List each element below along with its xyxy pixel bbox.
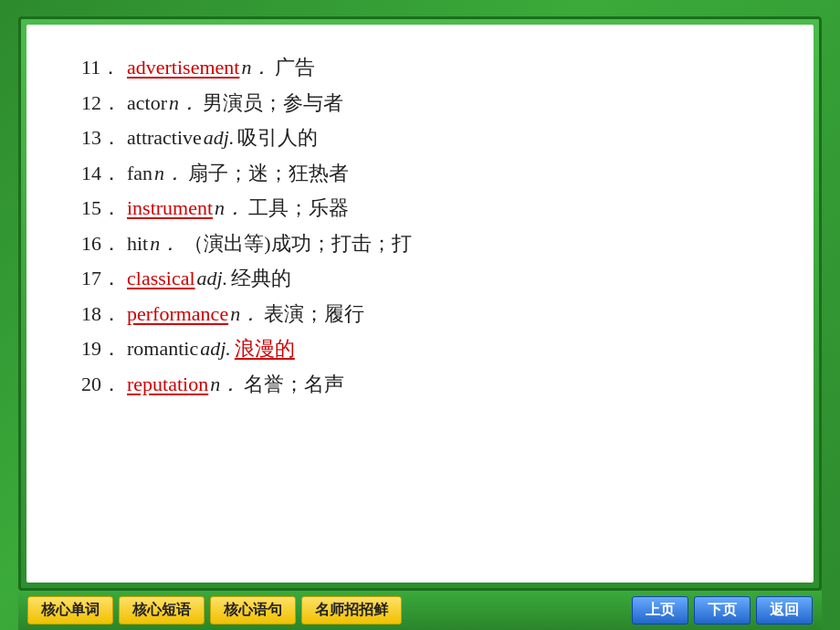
item-pos: adj.	[204, 121, 235, 156]
vocab-item: 15．instrument n．工具；乐器	[81, 191, 759, 226]
item-meaning: 表演；履行	[264, 297, 364, 332]
item-pos: adj.	[200, 331, 231, 367]
item-meaning: （演出等)成功；打击；打	[184, 226, 411, 262]
item-number: 18．	[81, 297, 127, 332]
item-pos: n．	[150, 226, 180, 262]
item-pos: n．	[154, 156, 184, 192]
item-word: reputation	[127, 367, 208, 403]
vocab-item: 18．performance n．表演；履行	[81, 297, 759, 332]
item-pos: n．	[169, 86, 199, 121]
toolbar-right-btn-1[interactable]: 下页	[694, 596, 751, 625]
item-meaning: 吸引人的	[237, 121, 318, 156]
item-number: 15．	[81, 191, 127, 226]
item-word: advertisement	[127, 50, 239, 86]
item-word: romantic	[127, 331, 198, 367]
toolbar-left-btn-0[interactable]: 核心单词	[27, 596, 113, 625]
vocab-item: 17．classical adj.经典的	[81, 261, 759, 297]
item-meaning: 名誉；名声	[244, 367, 344, 403]
vocab-item: 11．advertisement n．广告	[81, 50, 759, 86]
item-word: performance	[127, 297, 228, 332]
item-pos: n．	[210, 367, 240, 403]
item-word: actor	[127, 86, 167, 121]
toolbar-right: 上页下页返回	[632, 596, 813, 625]
item-number: 14．	[81, 156, 127, 192]
main-container: 11．advertisement n．广告12．actor n．男演员；参与者1…	[18, 16, 822, 591]
vocab-item: 19．romantic adj.浪漫的	[81, 331, 759, 367]
item-number: 17．	[81, 261, 127, 297]
item-number: 13．	[81, 121, 127, 156]
vocab-item: 13．attractive adj.吸引人的	[81, 121, 759, 156]
item-pos: n．	[241, 50, 271, 86]
item-pos: n．	[215, 191, 245, 226]
item-word: hit	[127, 226, 148, 262]
item-meaning: 浪漫的	[235, 331, 295, 367]
item-pos: adj.	[197, 261, 228, 297]
item-meaning: 广告	[275, 50, 315, 86]
item-meaning: 男演员；参与者	[203, 86, 343, 121]
vocab-item: 12．actor n．男演员；参与者	[81, 86, 759, 121]
toolbar-right-btn-2[interactable]: 返回	[756, 596, 813, 625]
bottom-toolbar: 核心单词核心短语核心语句名师招招鲜 上页下页返回	[18, 591, 822, 630]
vocab-item: 14．fan n．扇子；迷；狂热者	[81, 156, 759, 192]
item-number: 11．	[81, 50, 127, 86]
toolbar-left-btn-1[interactable]: 核心短语	[119, 596, 205, 625]
item-word: attractive	[127, 121, 202, 156]
toolbar-left-btn-2[interactable]: 核心语句	[210, 596, 296, 625]
item-meaning: 经典的	[231, 261, 291, 297]
vocab-item: 20．reputation n．名誉；名声	[81, 367, 759, 403]
item-word: instrument	[127, 191, 213, 226]
vocab-item: 16．hit n．（演出等)成功；打击；打	[81, 226, 759, 262]
item-number: 20．	[81, 367, 127, 403]
item-number: 16．	[81, 226, 127, 262]
item-word: fan	[127, 156, 152, 192]
vocab-content: 11．advertisement n．广告12．actor n．男演员；参与者1…	[26, 25, 814, 583]
item-pos: n．	[230, 297, 260, 332]
item-word: classical	[127, 261, 195, 297]
toolbar-left: 核心单词核心短语核心语句名师招招鲜	[27, 596, 402, 625]
toolbar-right-btn-0[interactable]: 上页	[632, 596, 688, 625]
item-number: 19．	[81, 331, 127, 367]
item-meaning: 扇子；迷；狂热者	[188, 156, 349, 192]
item-meaning: 工具；乐器	[248, 191, 349, 226]
item-number: 12．	[81, 86, 127, 121]
toolbar-left-btn-3[interactable]: 名师招招鲜	[301, 596, 402, 625]
